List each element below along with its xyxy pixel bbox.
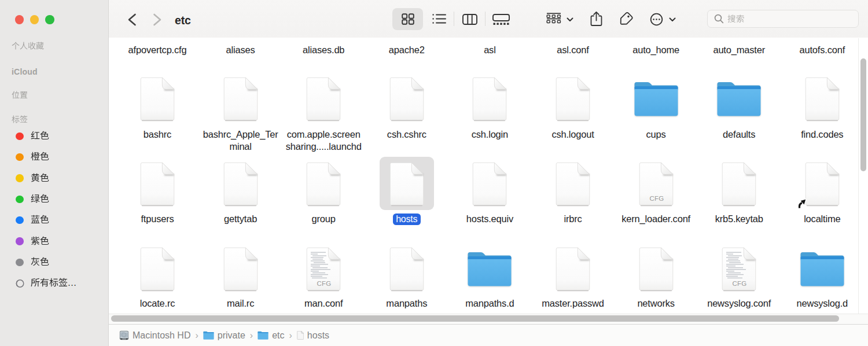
svg-text:CFG: CFG (649, 195, 664, 202)
svg-text:CFG: CFG (317, 280, 332, 287)
svg-text:CFG: CFG (733, 280, 747, 287)
